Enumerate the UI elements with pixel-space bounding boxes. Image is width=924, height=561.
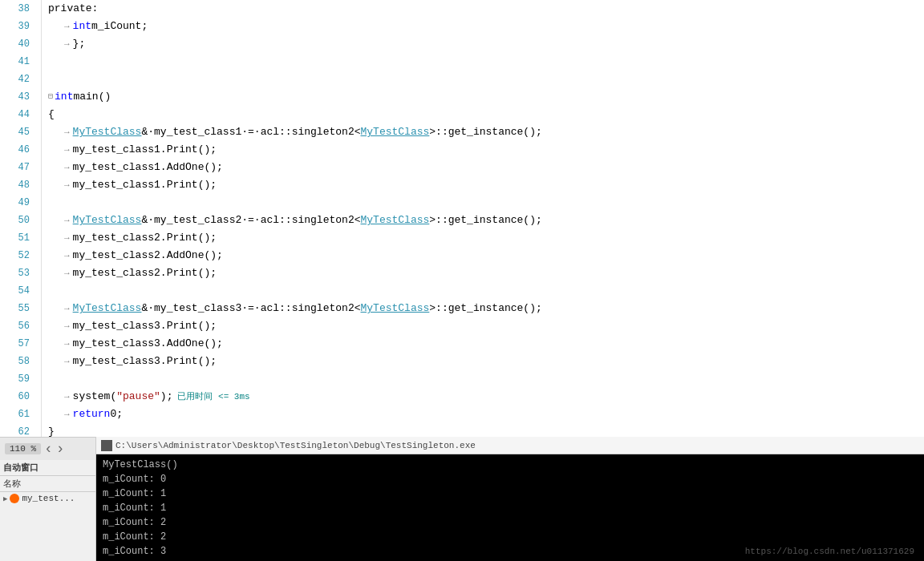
code-line: →my_test_class2.Print(); xyxy=(48,229,924,247)
code-line: →my_test_class3.Print(); xyxy=(48,353,924,370)
line-numbers: 3839404142434445464748495051525354555657… xyxy=(0,0,42,437)
code-token: ⊟ xyxy=(48,88,53,106)
terminal-line: m_iCount: 2 xyxy=(103,515,918,530)
code-token: → xyxy=(64,159,70,176)
line-number: 51 xyxy=(0,229,34,247)
code-line xyxy=(48,53,924,71)
code-line: →MyTestClass&·my_test_class1·=·acl::sing… xyxy=(48,123,924,141)
code-token: my_test_class1.Print(); xyxy=(73,176,217,194)
code-token: MyTestClass xyxy=(73,300,142,317)
code-token: }; xyxy=(73,35,86,53)
code-token: my_test_class2.Print(); xyxy=(73,229,217,247)
code-token: → xyxy=(64,123,70,141)
line-number: 39 xyxy=(0,18,34,35)
terminal-line: m_iCount: 1 xyxy=(103,501,918,515)
code-token: 已用时间 <= 3ms xyxy=(177,388,249,406)
line-number: 44 xyxy=(0,106,34,123)
line-number: 62 xyxy=(0,423,34,437)
code-token: → xyxy=(64,229,70,247)
line-number: 49 xyxy=(0,194,34,212)
code-line: →MyTestClass&·my_test_class3·=·acl::sing… xyxy=(48,300,924,317)
code-token: >::get_instance(); xyxy=(429,300,541,317)
code-line xyxy=(48,71,924,88)
code-line: →}; xyxy=(48,35,924,53)
code-token: MyTestClass xyxy=(73,212,142,229)
line-number: 40 xyxy=(0,35,34,53)
expand-arrow-icon: ▶ xyxy=(3,494,7,503)
line-number: 48 xyxy=(0,176,34,194)
code-token: → xyxy=(64,264,70,282)
code-line: →MyTestClass&·my_test_class2·=·acl::sing… xyxy=(48,212,924,229)
code-line: →my_test_class1.Print(); xyxy=(48,141,924,159)
code-token: → xyxy=(64,212,70,229)
code-line: { xyxy=(48,106,924,123)
code-token: { xyxy=(48,106,55,123)
line-number: 52 xyxy=(0,247,34,264)
code-token: >::get_instance(); xyxy=(429,123,541,141)
code-line xyxy=(48,282,924,300)
code-token: → xyxy=(64,388,70,406)
code-line: →my_test_class1.Print(); xyxy=(48,176,924,194)
status-section: 110 % ‹ › xyxy=(0,438,95,460)
code-token: my_test_class3.Print(); xyxy=(73,353,217,370)
code-line: →int m_iCount; xyxy=(48,18,924,35)
line-number: 43 xyxy=(0,88,34,106)
line-number: 61 xyxy=(0,406,34,423)
code-token: → xyxy=(64,353,70,370)
code-area: 3839404142434445464748495051525354555657… xyxy=(0,0,924,437)
code-line: } xyxy=(48,423,924,437)
code-content[interactable]: private:→int m_iCount;→}; ⊟int main(){→M… xyxy=(42,0,924,437)
code-token: &·my_test_class1·=·acl::singleton2< xyxy=(141,123,360,141)
code-token: → xyxy=(64,300,70,317)
line-number: 42 xyxy=(0,71,34,88)
line-number: 38 xyxy=(0,0,34,18)
code-line: →system("pause");已用时间 <= 3ms➤ xyxy=(48,388,924,406)
editor-container: 3839404142434445464748495051525354555657… xyxy=(0,0,924,561)
scroll-right-icon[interactable]: › xyxy=(56,441,65,457)
watermark: https://blog.csdn.net/u011371629 xyxy=(745,547,914,556)
code-token: MyTestClass xyxy=(360,300,429,317)
code-token: 0; xyxy=(110,406,123,423)
bottom-area: 110 % ‹ › 自动窗口 名称 ▶ my_test... C:\Users\… xyxy=(0,437,924,561)
line-number: 59 xyxy=(0,370,34,388)
line-number: 46 xyxy=(0,141,34,159)
code-token: int xyxy=(73,18,91,35)
code-token: return xyxy=(73,406,111,423)
debug-dot xyxy=(10,494,19,503)
terminal-panel: C:\Users\Administrator\Desktop\TestSingl… xyxy=(96,437,924,561)
code-token: } xyxy=(48,423,55,437)
code-line: →my_test_class3.Print(); xyxy=(48,317,924,335)
line-number: 53 xyxy=(0,264,34,282)
auto-window-label: 自动窗口 xyxy=(0,460,95,476)
code-token: ); xyxy=(160,388,173,406)
code-line: ⊟int main() xyxy=(48,88,924,106)
code-line: →my_test_class1.AddOne(); xyxy=(48,159,924,176)
left-sidebar: 110 % ‹ › 自动窗口 名称 ▶ my_test... xyxy=(0,437,96,561)
line-number: 55 xyxy=(0,300,34,317)
code-line: →my_test_class2.Print(); xyxy=(48,264,924,282)
code-token: → xyxy=(64,35,70,53)
code-token: → xyxy=(64,141,70,159)
terminal-line: m_iCount: 0 xyxy=(103,472,918,486)
code-token: int xyxy=(55,88,73,106)
terminal-path: C:\Users\Administrator\Desktop\TestSingl… xyxy=(116,441,476,450)
code-token: MyTestClass xyxy=(73,123,142,141)
code-line xyxy=(48,370,924,388)
scroll-left-icon[interactable]: ‹ xyxy=(44,441,53,457)
code-token: my_test_class2.Print(); xyxy=(73,264,217,282)
line-number: 47 xyxy=(0,159,34,176)
code-token: main() xyxy=(73,88,111,106)
terminal-line: MyTestClass() xyxy=(103,458,918,472)
line-number: 58 xyxy=(0,353,34,370)
code-token: → xyxy=(64,335,70,353)
terminal-line: m_iCount: 2 xyxy=(103,530,918,544)
debug-file-item[interactable]: ▶ my_test... xyxy=(0,492,95,505)
name-column-header: 名称 xyxy=(0,476,95,492)
code-line: private: xyxy=(48,0,924,18)
zoom-level[interactable]: 110 % xyxy=(5,443,41,454)
code-token: → xyxy=(64,406,70,423)
code-token: my_test_class2.AddOne(); xyxy=(73,247,223,264)
code-token: system( xyxy=(73,388,117,406)
terminal-bar: C:\Users\Administrator\Desktop\TestSingl… xyxy=(96,437,924,454)
code-token: MyTestClass xyxy=(360,123,429,141)
